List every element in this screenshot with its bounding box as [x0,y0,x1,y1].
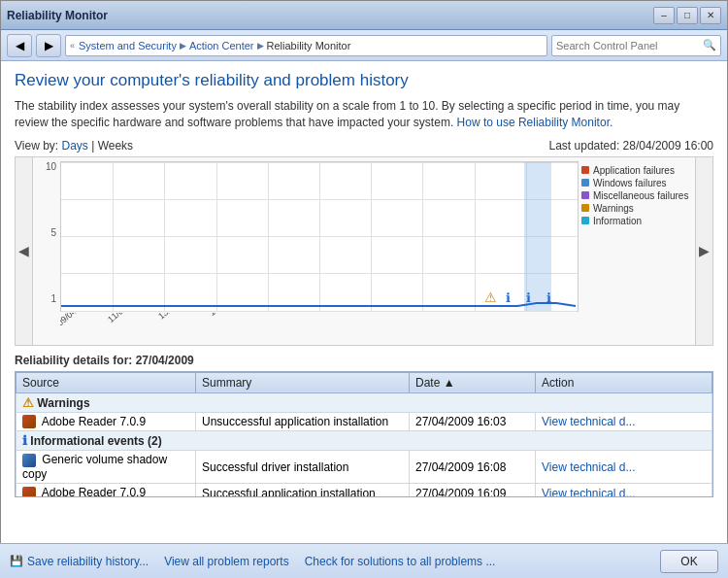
table-row[interactable]: Adobe Reader 7.0.9 Unsuccessful applicat… [17,412,712,431]
info-label: Informational events (2) [30,434,161,448]
col-source: Source [17,372,196,392]
legend-label-warnings: Warnings [593,203,634,214]
table-header-row: Source Summary Date ▲ Action [17,372,712,392]
warnings-label: Warnings [37,396,89,410]
info-section-cell: ℹ Informational events (2) [17,431,712,451]
sort-icon: ▲ [444,376,455,390]
footer: 💾 Save reliability history... View all p… [0,543,728,578]
legend-label-windows: Windows failures [593,178,667,188]
close-button[interactable]: ✕ [700,7,721,24]
y-label-10: 10 [33,161,56,172]
save-icon: 💾 [10,555,23,567]
legend-app-failures: Application failures [581,165,693,176]
warnings-section-row: ⚠ Warnings [17,392,712,412]
check-solutions-text: Check for solutions to all problems ... [305,555,496,568]
ok-button[interactable]: OK [660,550,718,573]
app-icon-1 [22,415,36,428]
info-icon-chart-2: ℹ [526,290,531,305]
search-icon: 🔍 [703,39,716,51]
chart-scroll-right[interactable]: ▶ [695,157,712,345]
y-label-5: 5 [33,227,56,238]
row2-action[interactable]: View technical d... [536,451,712,484]
chart-inner: 10 5 1 [33,157,695,345]
row2-date: 27/04/2009 16:08 [410,451,536,484]
chart-plot-area[interactable]: ⚠ ℹ ℹ ℹ [60,161,579,312]
search-input[interactable] [556,40,703,51]
back-button[interactable]: ◀ [7,34,32,57]
view-by-label: View by: [15,139,58,153]
legend-warnings: Warnings [581,203,693,214]
title-bar: Reliability Monitor – □ ✕ [1,1,727,30]
warning-section-icon: ⚠ [22,395,34,410]
chart-scroll-left[interactable]: ◀ [16,157,33,345]
description: The stability index assesses your system… [15,98,713,131]
check-solutions-link[interactable]: Check for solutions to all problems ... [305,555,496,568]
view-problem-reports-link[interactable]: View all problem reports [164,555,289,568]
chart-legend: Application failures Windows failures Mi… [581,165,693,228]
save-history-link[interactable]: 💾 Save reliability history... [10,555,149,568]
row1-action[interactable]: View technical d... [536,412,712,431]
view-by-row: View by: Days | Weeks Last updated: 28/0… [15,139,713,153]
view-by-days[interactable]: Days [61,139,87,153]
details-header: Reliability details for: 27/04/2009 [15,354,713,367]
breadcrumb-arrow-1: ▶ [180,41,186,51]
breadcrumb-expand-icon: « [70,41,75,51]
col-summary: Summary [196,372,410,392]
dates-svg: 09/04/2009 11/04/2009 13/04/2009 15/04/2… [60,313,579,344]
svg-text:15/04/2009: 15/04/2009 [207,313,247,318]
row1-date: 27/04/2009 16:03 [410,412,536,431]
legend-label-info: Information [593,216,642,226]
row2-summary: Successful driver installation [196,451,410,484]
legend-dot-warnings [581,204,589,212]
search-box[interactable]: 🔍 [551,35,721,56]
date-col-text: Date [415,376,440,390]
chart-dates: 09/04/2009 11/04/2009 13/04/2009 15/04/2… [60,313,579,344]
row3-action[interactable]: View technical d... [536,484,712,497]
breadcrumb-action-center[interactable]: Action Center [189,40,254,51]
last-updated: Last updated: 28/04/2009 16:00 [549,139,713,153]
table-row[interactable]: Generic volume shadow copy Successful dr… [17,451,712,484]
forward-button[interactable]: ▶ [36,34,61,57]
row3-source-text: Adobe Reader 7.0.9 [42,486,146,496]
window-controls: – □ ✕ [653,7,721,24]
table-row[interactable]: Adobe Reader 7.0.9 Successful applicatio… [17,484,712,497]
breadcrumb-arrow-2: ▶ [257,41,264,51]
view-by: View by: Days | Weeks [15,139,133,153]
info-icon-chart-3: ℹ [546,290,551,305]
row1-source: Adobe Reader 7.0.9 [17,412,196,431]
view-reports-text: View all problem reports [164,555,289,568]
row3-date: 27/04/2009 16:09 [410,484,536,497]
maximize-button[interactable]: □ [677,7,698,24]
row1-source-text: Adobe Reader 7.0.9 [42,415,146,428]
main-content: Review your computer's reliability and p… [1,61,727,503]
row1-summary: Unsuccessful application installation [196,412,410,431]
footer-links: 💾 Save reliability history... View all p… [10,555,495,568]
col-date: Date ▲ [410,372,536,392]
help-link[interactable]: How to use Reliability Monitor. [457,116,613,129]
breadcrumb-current: Reliability Monitor [267,40,351,51]
svg-text:17/04/2009: 17/04/2009 [257,313,297,315]
table-wrapper[interactable]: Source Summary Date ▲ Action ⚠ Warnings [15,371,713,497]
warnings-section-cell: ⚠ Warnings [17,392,712,412]
breadcrumb-system-security[interactable]: System and Security [79,40,177,51]
reliability-chart-svg [61,162,578,311]
minimize-button[interactable]: – [653,7,675,24]
row2-source: Generic volume shadow copy [17,451,196,484]
legend-label-misc: Miscellaneous failures [593,190,688,201]
row2-source-text: Generic volume shadow copy [22,453,167,481]
row3-source: Adobe Reader 7.0.9 [17,484,196,497]
grid-line-5 [61,311,578,312]
svg-text:13/04/2009: 13/04/2009 [156,313,196,322]
address-bar: ◀ ▶ « System and Security ▶ Action Cente… [1,30,727,61]
legend-dot-app [581,166,589,174]
chart-container: ◀ 10 5 1 [15,156,713,346]
info-icon-chart-1: ℹ [506,290,511,305]
page-title: Review your computer's reliability and p… [15,71,713,90]
svg-text:11/04/2009: 11/04/2009 [106,313,146,324]
legend-dot-windows [581,179,589,187]
info-section-icon: ℹ [22,433,27,448]
driver-icon-1 [22,454,36,467]
chart-y-axis: 10 5 1 [33,157,60,308]
warning-icon-chart: ⚠ [484,289,497,305]
view-by-weeks: Weeks [98,139,133,153]
